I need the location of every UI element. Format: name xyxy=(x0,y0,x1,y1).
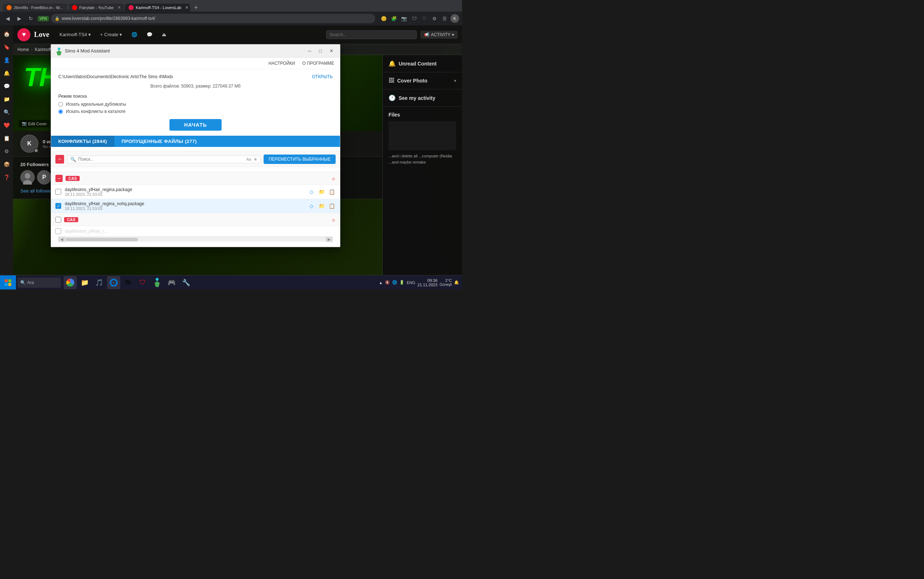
follower-avatar-1[interactable] xyxy=(20,170,35,185)
search-wrap[interactable]: 🔍 Aa ✳ xyxy=(67,155,261,163)
taskbar-search[interactable]: 🔍 Ara xyxy=(17,278,61,288)
group-minus-icon-1[interactable]: − xyxy=(56,175,63,182)
start-button[interactable]: НАЧАТЬ xyxy=(169,119,221,131)
settings-menu-item[interactable]: НАСТРОЙКИ xyxy=(269,61,295,66)
tab-close-2[interactable]: ✕ xyxy=(117,5,121,10)
group-checkbox-2[interactable] xyxy=(56,217,61,222)
tab-close-3[interactable]: ✕ xyxy=(185,5,188,10)
tab-missing-files[interactable]: ПРОПУЩЕННЫЕ ФАЙЛЫ (277) xyxy=(115,136,204,147)
camera-icon[interactable]: 📷 xyxy=(400,14,408,23)
back-button[interactable]: ◀ xyxy=(3,14,12,23)
tab-icon-2 xyxy=(72,5,77,10)
file-search-input[interactable] xyxy=(78,157,244,162)
browser-tab-1[interactable]: 26m49s · FreeBitco.in - W... ✕ xyxy=(3,3,68,11)
scroll-right-btn[interactable]: ▶ xyxy=(326,237,333,242)
ll-nav-username[interactable]: Karimoff-TS4 ▾ xyxy=(56,30,93,39)
sidebar-icon-list[interactable]: 📋 xyxy=(2,133,11,143)
taskbar-app-browser[interactable]: e xyxy=(107,276,120,289)
edit-cover-btn[interactable]: 📷 Edit Cover xyxy=(19,120,49,128)
radio-conflicts-label[interactable]: Искать конфликты в каталоге xyxy=(66,109,126,114)
heart-icon[interactable]: ♡ xyxy=(420,14,429,23)
taskbar-app-game[interactable]: 🎮 xyxy=(165,276,178,289)
ll-nav-chat[interactable]: 💬 xyxy=(144,30,155,39)
copy-icon-1[interactable]: 📋 xyxy=(328,188,336,196)
taskbar-weather-temp: 2°C xyxy=(446,278,452,283)
sims-diamond-icon-1[interactable]: ◇ xyxy=(307,188,315,196)
conflict-arrow-icon-2[interactable]: ⬦ xyxy=(331,215,336,224)
unread-content-section[interactable]: 🔔 Unread Content xyxy=(383,55,462,72)
shield-icon[interactable]: 🛡 xyxy=(410,14,419,23)
conflict-arrow-icon-1[interactable]: ⬦ xyxy=(331,174,336,182)
open-folder-icon-1[interactable]: 📁 xyxy=(318,188,326,196)
sidebar-icon-bookmark[interactable]: 🔖 xyxy=(2,42,11,52)
horizontal-scrollbar[interactable]: ▶ ◀ xyxy=(58,237,333,242)
file-group-header-1: − CAS ⬦ xyxy=(51,172,340,185)
search-input[interactable] xyxy=(326,30,417,39)
sidebar-icon-user[interactable]: 👤 xyxy=(2,55,11,65)
svg-marker-17 xyxy=(155,281,160,287)
sidebar-icon-heart[interactable]: ❤️ xyxy=(2,120,11,130)
radio-duplicates[interactable] xyxy=(58,102,63,107)
sidebar-icon-home[interactable]: 🏠 xyxy=(2,29,11,39)
user-icon[interactable]: K xyxy=(451,14,459,23)
cover-photo-section[interactable]: 🖼 Cover Photo ▾ xyxy=(383,72,462,89)
new-tab-button[interactable]: + xyxy=(190,4,202,11)
scroll-left-btn[interactable]: ◀ xyxy=(58,237,66,242)
taskbar-app-chrome[interactable] xyxy=(64,276,77,289)
follower-avatar-2[interactable]: P xyxy=(37,170,51,185)
maximize-button[interactable]: □ xyxy=(316,47,325,56)
sims-diamond-icon-2[interactable]: ◇ xyxy=(307,202,315,210)
extensions-icon[interactable]: 🧩 xyxy=(390,14,398,23)
sidebar-icon-chat[interactable]: 💬 xyxy=(2,81,11,91)
move-selected-button[interactable]: ПЕРЕМЕСТИТЬ ВЫБРАННЫЕ xyxy=(264,155,336,164)
tab-close-1[interactable]: ✕ xyxy=(67,5,68,10)
browser-tab-3[interactable]: Karimoff-TS4 - LoversLab ✕ xyxy=(125,3,190,11)
start-button-taskbar[interactable] xyxy=(0,275,16,290)
file-checkbox-2-checked[interactable]: ✓ xyxy=(56,203,61,209)
taskbar-app-sims[interactable] xyxy=(151,276,164,289)
case-sensitive-toggle[interactable]: Aa xyxy=(246,157,251,161)
browser-tab-2[interactable]: Fairytale - YouTube ✕ xyxy=(69,3,125,11)
tab-conflicts[interactable]: КОНФЛИКТЫ (2844) xyxy=(51,136,115,147)
taskbar-date: 21.11.2023 xyxy=(418,283,437,287)
activity-button[interactable]: 📢 ACTIVITY ▾ xyxy=(420,31,458,39)
forward-button[interactable]: ▶ xyxy=(15,14,24,23)
taskbar-app-media[interactable]: 🎵 xyxy=(93,276,106,289)
address-bar[interactable]: 🔒 www.loverslab.com/profile/2883993-kari… xyxy=(51,14,375,23)
see-activity-section[interactable]: 🕐 See my activity xyxy=(383,89,462,107)
scrollbar-thumb[interactable] xyxy=(66,238,138,241)
regex-toggle[interactable]: ✳ xyxy=(254,157,257,162)
breadcrumb-home[interactable]: Home xyxy=(17,47,29,52)
ll-header-search[interactable] xyxy=(326,30,417,39)
sidebar-icon-search[interactable]: 🔍 xyxy=(2,107,11,117)
taskbar-app-store[interactable]: 🛍 xyxy=(122,276,135,289)
open-folder-button[interactable]: ОТКРЫТЬ xyxy=(312,74,333,79)
taskbar-app-file[interactable]: 📁 xyxy=(78,276,91,289)
about-menu-item[interactable]: О ПРОГРАММЕ xyxy=(302,61,334,66)
file-checkbox-1[interactable] xyxy=(56,189,61,195)
breadcrumb-profile[interactable]: Karimoff xyxy=(35,47,51,52)
ll-nav-create[interactable]: + Create ▾ xyxy=(97,30,125,39)
ll-nav-toggle[interactable]: ⏏ xyxy=(159,30,169,39)
sidebar-icon-help[interactable]: ❓ xyxy=(2,172,11,182)
file-checkbox-3[interactable] xyxy=(56,228,61,234)
taskbar-app-tools[interactable]: 🔧 xyxy=(180,276,193,289)
filter-minus-button[interactable]: − xyxy=(56,155,64,164)
ll-nav-globe[interactable]: 🌐 xyxy=(129,30,140,39)
sidebar-icon-notification[interactable]: 🔔 xyxy=(2,68,11,78)
menu-icon[interactable]: ☰ xyxy=(440,14,449,23)
sidebar-icon-package[interactable]: 📦 xyxy=(2,159,11,169)
sidebar-icon-settings[interactable]: ⚙ xyxy=(2,146,11,156)
close-button[interactable]: ✕ xyxy=(327,47,336,56)
open-folder-icon-2[interactable]: 📁 xyxy=(318,202,326,210)
file-name-1: daylifesims_yfHair_regina.package xyxy=(65,187,304,192)
reload-button[interactable]: ↻ xyxy=(26,14,36,23)
minimize-button[interactable]: ─ xyxy=(305,47,314,56)
sidebar-icon-folder[interactable]: 📁 xyxy=(2,94,11,104)
tab-title-2: Fairytale - YouTube xyxy=(79,5,114,10)
radio-duplicates-label[interactable]: Искать идеальные дубликаты xyxy=(66,102,126,107)
radio-conflicts[interactable] xyxy=(58,109,63,114)
settings-icon[interactable]: ⚙ xyxy=(430,14,439,23)
taskbar-app-antivirus[interactable]: 🛡 xyxy=(136,276,149,289)
copy-icon-2[interactable]: 📋 xyxy=(328,202,336,210)
